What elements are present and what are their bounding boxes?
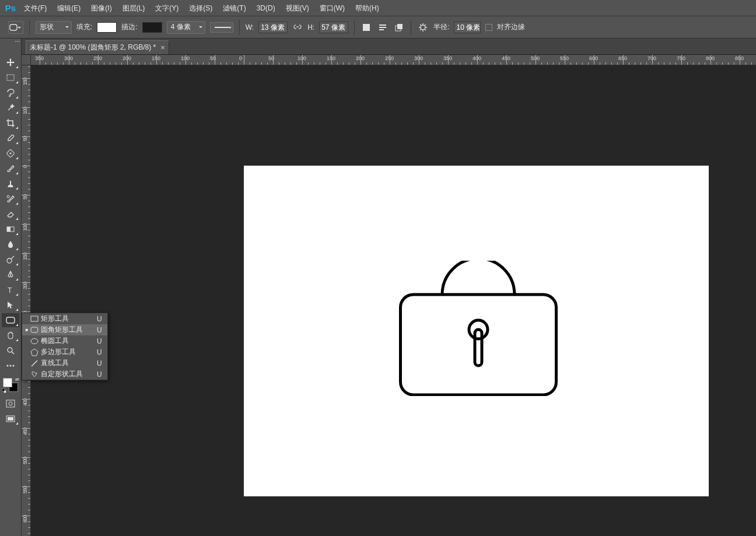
- stroke-swatch[interactable]: [142, 22, 162, 33]
- tool-mode-dropdown[interactable]: 形状: [36, 21, 72, 34]
- move-tool[interactable]: [2, 55, 19, 69]
- foreground-color-swatch[interactable]: [3, 378, 12, 387]
- workspace: 3503002502001501005005010015020025030035…: [22, 55, 756, 536]
- flyout-item[interactable]: 自定形状工具U: [22, 369, 107, 380]
- path-selection-tool[interactable]: [2, 298, 19, 312]
- shape-tool[interactable]: [2, 313, 19, 327]
- brush-tool[interactable]: [2, 162, 19, 176]
- fill-swatch[interactable]: [97, 22, 117, 33]
- dodge-tool[interactable]: [2, 253, 19, 267]
- path-operations-icon[interactable]: [360, 22, 372, 33]
- flyout-item-shortcut: U: [97, 348, 107, 356]
- path-arrangement-icon[interactable]: [393, 22, 405, 33]
- flyout-item[interactable]: 直线工具U: [22, 358, 107, 369]
- width-label: W:: [246, 23, 254, 31]
- svg-rect-22: [31, 316, 38, 321]
- document-tab[interactable]: 未标题-1 @ 100% (圆角矩形 2, RGB/8) * ×: [26, 40, 169, 54]
- flyout-item-shortcut: U: [97, 326, 107, 334]
- healing-brush-tool[interactable]: [2, 146, 19, 160]
- toolbox-grip[interactable]: [0, 38, 21, 44]
- crop-tool[interactable]: [2, 116, 19, 130]
- align-edges-checkbox[interactable]: [485, 24, 492, 31]
- flyout-item-label: 椭圆工具: [40, 336, 97, 346]
- height-field[interactable]: 57 像素: [319, 22, 348, 33]
- close-tab-icon[interactable]: ×: [160, 43, 165, 52]
- default-colors-icon[interactable]: [2, 388, 6, 393]
- menu-item[interactable]: 视图(V): [281, 0, 314, 16]
- stroke-width-value: 4 像素: [171, 22, 191, 32]
- svg-rect-1: [363, 24, 370, 31]
- flyout-item-icon: [29, 370, 40, 379]
- lasso-tool[interactable]: [2, 86, 19, 100]
- flyout-item-label: 直线工具: [40, 358, 97, 368]
- flyout-item[interactable]: 多边形工具U: [22, 346, 107, 358]
- align-edges-label: 对齐边缘: [497, 22, 525, 32]
- divider: [354, 20, 355, 35]
- active-tool-icon[interactable]: [8, 21, 23, 34]
- marquee-tool[interactable]: [2, 71, 19, 85]
- radius-field[interactable]: 10 像素: [454, 22, 481, 33]
- svg-rect-5: [7, 75, 14, 80]
- shape-options-icon[interactable]: [417, 22, 429, 33]
- flyout-item[interactable]: 椭圆工具U: [22, 335, 107, 346]
- stroke-label: 描边:: [121, 22, 137, 32]
- quick-mask-button[interactable]: [2, 397, 19, 411]
- svg-rect-3: [397, 24, 402, 29]
- svg-point-19: [9, 402, 12, 405]
- svg-point-24: [31, 338, 38, 344]
- eyedropper-tool[interactable]: [2, 131, 19, 145]
- flyout-item[interactable]: ■圆角矩形工具U: [22, 324, 107, 335]
- edit-toolbar-button[interactable]: [2, 359, 19, 373]
- svg-point-4: [421, 25, 425, 30]
- pen-tool[interactable]: [2, 268, 19, 282]
- svg-point-11: [10, 275, 11, 276]
- flyout-item[interactable]: 矩形工具U: [22, 313, 107, 324]
- flyout-item-shortcut: U: [97, 370, 107, 379]
- flyout-item-icon: [29, 348, 40, 357]
- menu-item[interactable]: 3D(D): [251, 0, 281, 16]
- canvas[interactable]: [244, 166, 709, 496]
- menu-item[interactable]: 帮助(H): [350, 0, 384, 16]
- gradient-tool[interactable]: [2, 222, 19, 236]
- svg-point-14: [8, 348, 12, 352]
- zoom-tool[interactable]: [2, 344, 19, 358]
- svg-rect-18: [6, 400, 15, 407]
- width-field[interactable]: 13 像素: [258, 22, 288, 33]
- swap-colors-icon[interactable]: ⇄: [15, 377, 19, 382]
- svg-text:T: T: [8, 286, 12, 295]
- document-tab-bar: 未标题-1 @ 100% (圆角矩形 2, RGB/8) * ×: [0, 38, 756, 55]
- menu-item[interactable]: 文件(F): [19, 0, 52, 16]
- menu-item[interactable]: 选择(S): [184, 0, 218, 16]
- stroke-width-dropdown[interactable]: 4 像素: [167, 21, 205, 34]
- eraser-tool[interactable]: [2, 207, 19, 221]
- flyout-item-shortcut: U: [97, 315, 107, 323]
- link-wh-icon[interactable]: [292, 22, 303, 33]
- vertical-ruler[interactable]: 2001501005005010015020025030035040045050…: [22, 65, 31, 536]
- menu-item[interactable]: 滤镜(T): [218, 0, 251, 16]
- canvas-viewport[interactable]: [31, 65, 756, 536]
- flyout-selected-dot: ■: [24, 327, 29, 332]
- divider: [29, 20, 30, 35]
- horizontal-ruler[interactable]: 3503002502001501005005010015020025030035…: [31, 55, 756, 65]
- svg-point-15: [7, 365, 9, 367]
- blur-tool[interactable]: [2, 237, 19, 251]
- flyout-item-label: 圆角矩形工具: [40, 325, 97, 335]
- menu-item[interactable]: 文字(Y): [150, 0, 184, 16]
- magic-wand-tool[interactable]: [2, 101, 19, 115]
- clone-stamp-tool[interactable]: [2, 177, 19, 191]
- hand-tool[interactable]: [2, 328, 19, 342]
- history-brush-tool[interactable]: [2, 192, 19, 206]
- path-alignment-icon[interactable]: [377, 22, 388, 33]
- menu-item[interactable]: 图像(I): [86, 0, 117, 16]
- menu-item[interactable]: 窗口(W): [314, 0, 350, 16]
- screen-mode-button[interactable]: [2, 412, 19, 426]
- menu-item[interactable]: 编辑(E): [52, 0, 86, 16]
- flyout-item-label: 自定形状工具: [40, 369, 97, 379]
- foreground-background-swatches[interactable]: ⇄: [2, 377, 19, 393]
- stroke-style-dropdown[interactable]: [210, 22, 233, 33]
- menu-item[interactable]: 图层(L): [117, 0, 150, 16]
- svg-rect-0: [10, 24, 17, 30]
- ruler-origin[interactable]: [22, 55, 31, 65]
- type-tool[interactable]: T: [2, 283, 19, 297]
- svg-point-7: [7, 195, 9, 198]
